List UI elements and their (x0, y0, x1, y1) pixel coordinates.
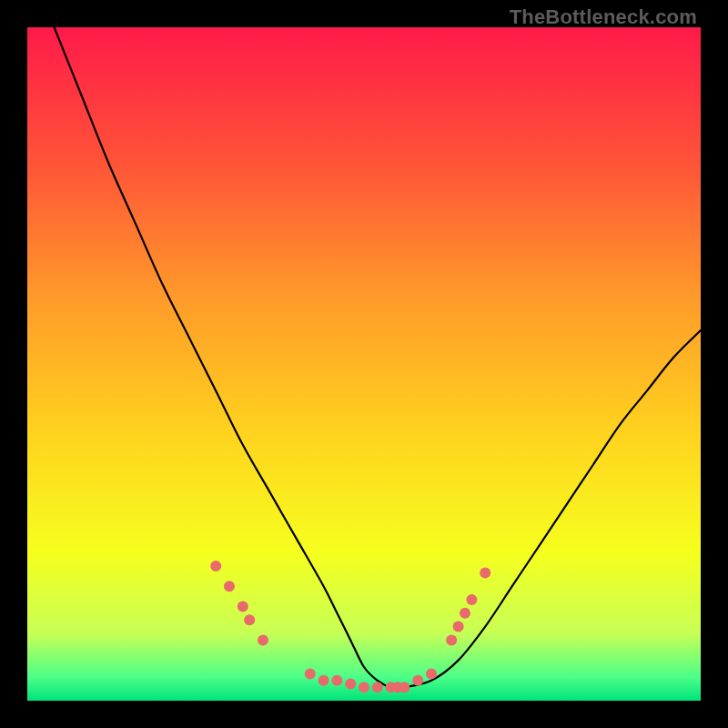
highlight-dot (318, 675, 329, 686)
highlight-dot (446, 634, 457, 645)
highlight-dot (453, 622, 464, 632)
highlight-dot (305, 668, 316, 679)
highlight-dot (426, 668, 437, 679)
highlight-dot (210, 561, 221, 571)
gradient-background (27, 27, 701, 701)
highlight-dot (399, 682, 410, 693)
highlight-dot (244, 614, 255, 625)
highlight-dot (331, 675, 342, 686)
highlight-dot (345, 679, 356, 690)
watermark-text: TheBottleneck.com (510, 5, 697, 29)
highlight-dot (372, 682, 383, 693)
highlight-dot (460, 608, 470, 619)
highlight-dot (224, 581, 235, 592)
highlight-dot (258, 634, 268, 645)
highlight-dot (412, 675, 423, 686)
highlight-dot (238, 601, 248, 612)
highlight-dot (359, 682, 369, 693)
highlight-dot (480, 567, 490, 578)
highlight-dot (466, 594, 477, 605)
chart-frame (27, 27, 701, 701)
bottleneck-chart (27, 27, 701, 701)
